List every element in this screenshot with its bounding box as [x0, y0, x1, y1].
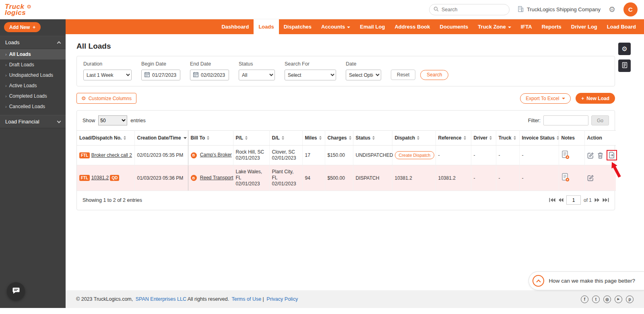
add-new-button[interactable]: Add New +	[4, 22, 41, 32]
duration-select[interactable]: Last 1 Week	[83, 70, 132, 80]
col-status[interactable]: Status	[353, 131, 392, 146]
section-label: Load Financial	[5, 119, 39, 125]
nav-dashboard[interactable]: Dashboard	[217, 19, 254, 34]
col-creation-date[interactable]: Creation Date/Time	[134, 131, 188, 146]
instagram-icon[interactable]: ◎	[603, 296, 611, 303]
col-driver[interactable]: Driver	[471, 131, 496, 146]
global-search-box[interactable]	[429, 4, 510, 15]
end-date-input[interactable]	[201, 72, 226, 78]
nav-dispatches[interactable]: Dispatches	[279, 19, 316, 34]
loads-table-card: Show 50 entries Filter: Go Load/Dispatch…	[76, 110, 615, 210]
rail-settings-button[interactable]: ⚙	[618, 43, 631, 55]
col-charges[interactable]: Charges	[325, 131, 353, 146]
settings-gear-icon[interactable]: ⚙	[609, 5, 615, 14]
chat-widget-button[interactable]	[7, 282, 25, 300]
trucklogics-logo[interactable]: Truck logics ⚙	[5, 4, 31, 16]
bill-to-link[interactable]: Reed Transport	[200, 175, 233, 181]
nav-loads[interactable]: Loads	[254, 19, 279, 34]
add-note-icon[interactable]	[561, 150, 570, 159]
search-button[interactable]: Search	[420, 70, 448, 80]
filter-end-date: End Date	[190, 61, 229, 80]
col-invoice-status[interactable]: Invoice Status	[519, 131, 559, 146]
go-button[interactable]: Go	[591, 115, 609, 125]
filter-date: Date Select Option	[346, 61, 381, 80]
rail-report-button[interactable]	[618, 60, 631, 72]
sidebar-section-load-financial[interactable]: Load Financial	[0, 115, 66, 128]
create-dispatch-button[interactable]: Create Dispatch	[395, 151, 435, 159]
nav-accounts[interactable]: Accounts	[316, 19, 355, 34]
youtube-icon[interactable]: ▶	[615, 296, 622, 303]
edit-icon[interactable]	[587, 174, 594, 181]
previous-page-icon[interactable]	[558, 198, 564, 202]
customize-columns-button[interactable]: ⚙ Customize Columns	[76, 93, 136, 104]
span-enterprises-link[interactable]: SPAN Enterprises LLC	[136, 296, 186, 302]
new-load-button[interactable]: + New Load	[576, 93, 615, 104]
sidebar: Add New + Loads ›All Loads ›Draft Loads …	[0, 19, 66, 308]
sidebar-item-undispatched-loads[interactable]: ›Undispatched Loads	[0, 70, 66, 80]
bill-to-link[interactable]: Camp's Broker	[200, 152, 232, 158]
nav-address-book[interactable]: Address Book	[390, 19, 435, 34]
nav-load-board[interactable]: Load Board	[602, 19, 641, 34]
col-miles[interactable]: Miles	[302, 131, 325, 146]
status-select[interactable]: All	[239, 70, 275, 80]
col-bill-to[interactable]: Bill To	[188, 131, 233, 146]
filter-label: Filter:	[528, 118, 541, 123]
twitter-icon[interactable]: t	[592, 296, 600, 303]
search-for-select[interactable]: Select	[285, 70, 336, 80]
edit-icon[interactable]	[587, 152, 594, 159]
logo-text: Truck logics	[5, 4, 26, 16]
delete-icon[interactable]	[597, 152, 603, 159]
show-label: Show	[83, 118, 95, 123]
dispatch-document-icon[interactable]	[609, 152, 615, 159]
begin-date-input[interactable]	[152, 72, 177, 78]
pinterest-icon[interactable]: p	[626, 296, 634, 303]
terms-of-use-link[interactable]: Terms of Use	[231, 296, 261, 302]
sort-icon	[557, 136, 559, 140]
sidebar-item-cancelled-loads[interactable]: ›Cancelled Loads	[0, 101, 66, 112]
reset-button[interactable]: Reset	[391, 70, 415, 80]
nav-driver-log[interactable]: Driver Log	[566, 19, 602, 34]
page-number-input[interactable]	[566, 195, 581, 205]
sidebar-section-loads[interactable]: Loads	[0, 36, 66, 49]
cell-reference: 10381.2	[436, 165, 471, 191]
sidebar-item-active-loads[interactable]: ›Active Loads	[0, 80, 66, 91]
load-link[interactable]: 10381.2	[91, 175, 109, 181]
col-load-dispatch-no[interactable]: Load/Dispatch No.	[77, 131, 134, 146]
last-page-icon[interactable]	[603, 198, 609, 202]
nav-truck-zone[interactable]: Truck Zone	[473, 19, 516, 34]
date-option-select[interactable]: Select Option	[346, 70, 381, 80]
col-dispatch[interactable]: Dispatch	[392, 131, 436, 146]
add-note-icon[interactable]	[561, 173, 570, 182]
chevron-right-icon: ›	[5, 63, 7, 67]
cell-truck: -	[496, 146, 519, 165]
nav-reports[interactable]: Reports	[537, 19, 566, 34]
first-page-icon[interactable]	[549, 198, 555, 202]
col-reference[interactable]: Reference	[436, 131, 471, 146]
nav-email-log[interactable]: Email Log	[355, 19, 390, 34]
company-selector[interactable]: TruckLogics Shipping Company	[518, 6, 601, 13]
facebook-icon[interactable]: f	[581, 296, 588, 303]
next-page-icon[interactable]	[594, 198, 600, 202]
nav-ifta[interactable]: IFTA	[516, 19, 537, 34]
sidebar-item-all-loads[interactable]: ›All Loads	[0, 49, 66, 60]
cell-driver: -	[471, 165, 496, 191]
privacy-policy-link[interactable]: Privacy Policy	[266, 296, 298, 302]
export-to-excel-button[interactable]: Export To Excel	[520, 93, 571, 104]
cell-dispatch: Create Dispatch	[392, 146, 436, 165]
end-date-field[interactable]	[190, 70, 229, 80]
search-input[interactable]	[442, 7, 506, 12]
sidebar-item-draft-loads[interactable]: ›Draft Loads	[0, 60, 66, 70]
page-size-select[interactable]: 50	[98, 115, 127, 125]
load-link[interactable]: Broker check call 2	[91, 152, 132, 158]
nav-documents[interactable]: Documents	[435, 19, 473, 34]
begin-date-field[interactable]	[141, 70, 180, 80]
sidebar-item-completed-loads[interactable]: ›Completed Loads	[0, 91, 66, 101]
col-dl[interactable]: D/L	[269, 131, 302, 146]
col-truck[interactable]: Truck	[496, 131, 519, 146]
col-pl[interactable]: P/L	[233, 131, 269, 146]
sort-icon	[514, 136, 516, 140]
table-filter-input[interactable]	[543, 115, 588, 125]
avatar[interactable]: C	[623, 2, 638, 16]
building-icon	[518, 6, 524, 13]
feedback-widget[interactable]: How can we make this page better?	[528, 271, 644, 290]
